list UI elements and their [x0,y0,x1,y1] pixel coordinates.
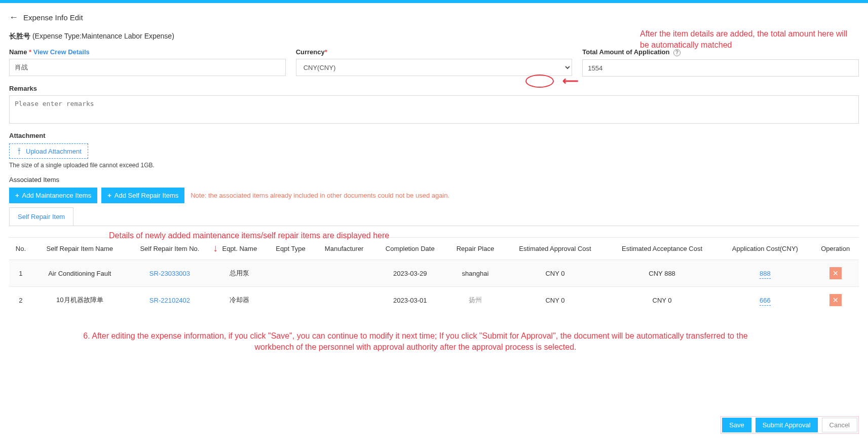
col-eqpt-name: Eqpt. Name [212,238,267,260]
col-manufacturer: Manufacturer [315,238,374,260]
col-completion: Completion Date [374,238,446,260]
remarks-textarea[interactable] [9,95,859,124]
tabs-bar: Self Repair Item [9,207,859,226]
currency-select[interactable]: CNY(CNY) [296,59,573,76]
upload-attachment-button[interactable]: ⭱ Upload Attachment [9,143,88,159]
page-title: Expense Info Edit [23,13,83,22]
plus-icon: + [107,192,111,199]
col-operation: Operation [812,238,859,260]
col-app-cost: Application Cost(CNY) [718,238,812,260]
total-amount-label: Total Amount of Application ? [582,48,859,56]
entity-subheader: 长胜号 (Expense Type:Maintenance Labor Expe… [9,32,859,41]
self-repair-items-table: No. Self Repair Item Name Self Repair It… [9,238,859,313]
tab-self-repair-item[interactable]: Self Repair Item [9,207,73,226]
expense-type-label: (Expense Type:Maintenance Labor Expense) [32,32,174,40]
col-est-acceptance: Estimated Acceptance Cost [606,238,719,260]
table-row: 2 10月机器故障单 SR-22102402 冷却器 2023-03-01 扬州… [9,287,859,314]
col-est-approval: Estimated Approval Cost [504,238,606,260]
back-arrow-icon[interactable]: ← [9,12,18,23]
page-header: ← Expense Info Edit [9,9,859,30]
entity-name: 长胜号 [9,32,30,40]
required-asterisk: * [29,48,31,56]
remarks-label: Remarks [9,85,859,92]
upload-hint: The size of a single uploaded file canno… [9,162,859,169]
app-cost-link[interactable]: 666 [760,297,771,306]
upload-icon: ⭱ [16,147,23,155]
col-item-name: Self Repair Item Name [32,238,127,260]
item-no-link[interactable]: SR-22102402 [149,297,190,304]
name-input[interactable] [9,59,286,76]
associated-items-label: Associated Items [9,176,859,183]
col-no: No. [9,238,32,260]
help-icon[interactable]: ? [673,49,681,56]
item-no-link[interactable]: SR-23033003 [149,270,190,277]
delete-row-button[interactable]: ✕ [829,294,842,306]
currency-label: Currency* [296,48,573,56]
annotation-step6: 6. After editing the expense information… [66,330,765,353]
add-maintenance-items-button[interactable]: + Add Maintanence Items [9,188,97,203]
plus-icon: + [15,192,19,199]
name-label: Name * View Crew Details [9,48,286,56]
required-asterisk: * [325,48,327,56]
total-amount-input[interactable] [582,59,859,77]
associated-note: Note: the associated items already inclu… [191,192,449,199]
col-eqpt-type: Eqpt Type [267,238,314,260]
col-repair-place: Repair Place [446,238,505,260]
attachment-label: Attachment [9,132,859,139]
app-cost-link[interactable]: 888 [760,270,771,279]
add-self-repair-items-button[interactable]: + Add Self Repair Items [101,188,184,203]
view-crew-link[interactable]: View Crew Details [33,48,90,56]
delete-row-button[interactable]: ✕ [829,267,842,279]
col-item-no: Self Repair Item No. [127,238,213,260]
table-row: 1 Air Conditioning Fault SR-23033003 总用泵… [9,260,859,287]
